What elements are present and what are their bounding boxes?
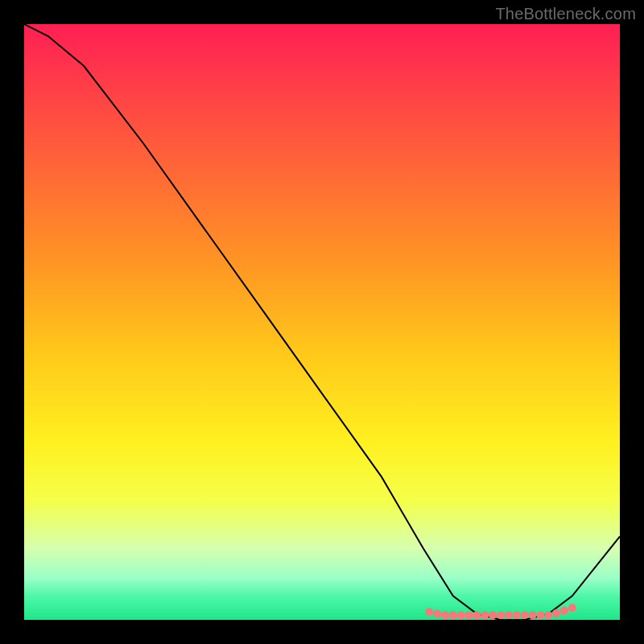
watermark-text: TheBottleneck.com (495, 5, 636, 23)
flat-region-dot (441, 611, 449, 619)
flat-region-dot (465, 611, 473, 619)
flat-region-dot (497, 611, 505, 619)
flat-region-dot (489, 611, 497, 619)
flat-region-dot (513, 611, 521, 619)
flat-region-dot (536, 611, 544, 619)
plot-area (24, 24, 620, 620)
flat-region-dot (568, 604, 576, 612)
flat-region-dot (560, 606, 568, 614)
flat-region-dot (481, 611, 489, 619)
gradient-background (24, 24, 620, 620)
flat-region-dot (449, 611, 457, 619)
flat-region-dot (457, 611, 465, 619)
chart-svg (24, 24, 620, 620)
flat-region-dot (473, 611, 481, 619)
flat-region-dot (544, 611, 552, 619)
flat-region-dot (425, 608, 433, 616)
flat-region-dot (552, 609, 560, 617)
flat-region-dot (529, 611, 537, 619)
flat-region-dot (505, 611, 513, 619)
flat-region-dot (433, 609, 441, 617)
chart-frame: TheBottleneck.com (0, 0, 644, 644)
flat-region-dot (521, 611, 529, 619)
